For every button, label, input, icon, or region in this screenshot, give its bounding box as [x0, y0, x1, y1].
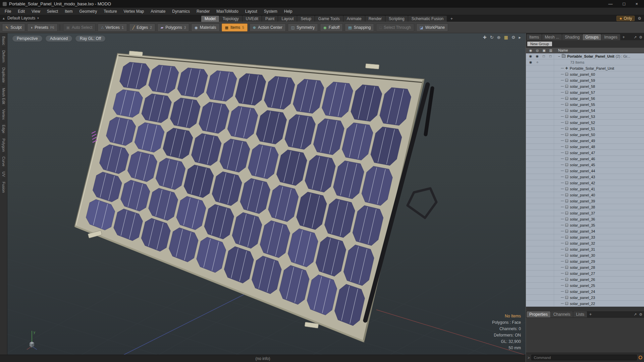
menu-item[interactable]: Layout [242, 8, 261, 15]
item-render-eye-icon[interactable]: ◉ [534, 54, 541, 58]
toolbar-button[interactable]: ▦ Items 5 [222, 23, 248, 32]
layout-tab[interactable]: Setup [297, 16, 314, 22]
menu-item[interactable]: File [1, 8, 14, 15]
render-visibility-icon[interactable]: ◎ [534, 49, 541, 52]
shading-style-icon[interactable]: ▦ [504, 35, 508, 40]
menu-item[interactable]: Vertex Map [120, 8, 148, 15]
layout-tab[interactable]: UVEdit [243, 16, 262, 22]
gear-icon[interactable]: ⚙ [638, 16, 641, 21]
tree-row[interactable]: solar_panel_45 [526, 162, 644, 168]
right-panel-tab[interactable]: Items [527, 34, 542, 40]
menu-item[interactable]: Geometry [76, 8, 101, 15]
toolbar-button[interactable]: ◫ Symmetry [288, 23, 318, 32]
tree-row[interactable]: solar_panel_28 [526, 264, 644, 270]
tree-row[interactable]: solar_panel_52 [526, 120, 644, 126]
tree-row[interactable]: solar_panel_53 [526, 114, 644, 120]
minimize-icon[interactable]: — [608, 1, 613, 6]
maximize-icon[interactable]: □ [623, 1, 626, 6]
viewport-mode-button[interactable]: Ray GL: Off [75, 35, 106, 42]
menu-item[interactable]: Edit [14, 8, 28, 15]
tree-row[interactable]: solar_panel_36 [526, 216, 644, 222]
menu-item[interactable]: Help [281, 8, 296, 15]
viewport-expand-icon[interactable]: ▸ [519, 35, 521, 40]
toolbar-button[interactable]: ∴ Vertices 1 [98, 23, 127, 32]
item-toggle2-icon[interactable]: □ [547, 54, 554, 58]
tree-row[interactable]: solar_panel_33 [526, 234, 644, 240]
tree-row[interactable]: solar_panel_25 [526, 283, 644, 289]
toolbar-button[interactable]: □ Select Through [376, 23, 414, 32]
tree-row[interactable]: solar_panel_29 [526, 258, 644, 264]
tree-row[interactable]: solar_panel_26 [526, 277, 644, 283]
tree-row[interactable]: solar_panel_54 [526, 108, 644, 114]
left-tool-tab[interactable]: Polygon [2, 136, 6, 155]
layout-tab[interactable]: Scripting [385, 16, 408, 22]
tree-row[interactable]: solar_panel_49 [526, 138, 644, 144]
toolbar-button[interactable]: ▤ Snapping [345, 23, 374, 32]
tree-row[interactable]: solar_panel_57 [526, 89, 644, 96]
left-tool-tab[interactable]: Duplicate [2, 65, 6, 85]
left-tool-tab[interactable]: Vertex [2, 107, 6, 122]
tree-row[interactable]: solar_panel_34 [526, 228, 644, 234]
layout-tab[interactable]: Paint [262, 16, 278, 22]
right-panel-tab[interactable]: Mesh ... [542, 34, 562, 40]
left-tool-tab[interactable]: UV [2, 169, 6, 179]
tree-row[interactable]: solar_panel_59 [526, 77, 644, 83]
command-input[interactable] [531, 355, 637, 360]
tree-row[interactable]: solar_panel_31 [526, 246, 644, 252]
tree-row[interactable]: solar_panel_60 [526, 71, 644, 77]
tree-row[interactable]: solar_panel_47 [526, 150, 644, 156]
toolbar-button[interactable]: ◉ Materials [191, 23, 219, 32]
tree-row-scene-item[interactable]: ✚ Portable_Solar_Panel_Unit [526, 65, 644, 71]
menu-item[interactable]: Dynamics [169, 8, 193, 15]
filter-icon[interactable]: ▥ [547, 49, 554, 52]
right-panel-tab[interactable]: Groups [583, 34, 601, 40]
item-toggle-icon[interactable]: ○ [534, 60, 541, 64]
left-tool-tab[interactable]: Deform [2, 48, 6, 65]
layout-tab[interactable]: Game Tools [315, 16, 343, 22]
toolbar-button[interactable]: ◪ WorkPlane [416, 23, 448, 32]
add-layout-tab[interactable]: + [448, 16, 455, 22]
tree-row[interactable]: solar_panel_37 [526, 210, 644, 216]
left-tool-tab[interactable]: Fusion [2, 179, 6, 195]
layout-tab[interactable]: Schematic Fusion [408, 16, 447, 22]
left-tool-tab[interactable]: Curve [2, 154, 6, 169]
props-popout-icon[interactable]: ↗ [634, 312, 637, 317]
right-panel-tab[interactable]: Images [601, 34, 620, 40]
toolbar-button[interactable]: ◑ Presets F6 [27, 23, 58, 32]
tree-row[interactable]: solar_panel_41 [526, 186, 644, 192]
right-panel-tab[interactable]: Shading [562, 34, 582, 40]
close-icon[interactable]: × [635, 1, 638, 6]
layout-tab[interactable]: Render [365, 16, 385, 22]
toolbar-button[interactable]: ◉ Falloff [320, 23, 343, 32]
tree-row[interactable]: solar_panel_55 [526, 102, 644, 108]
item-toggle-icon[interactable]: □ [541, 54, 547, 58]
layout-tab[interactable]: Topology [219, 16, 242, 22]
toolbar-button[interactable]: ▰ Polygons 3 [157, 23, 189, 32]
tree-row[interactable]: solar_panel_46 [526, 156, 644, 162]
tree-row[interactable]: solar_panel_39 [526, 198, 644, 204]
zoom-icon[interactable]: ⊕ [497, 35, 501, 40]
bottom-panel-tab[interactable]: Properties [527, 311, 550, 317]
only-button[interactable]: ★ Only [616, 16, 635, 21]
menu-item[interactable]: Select [44, 8, 61, 15]
layout-tab[interactable]: Animate [343, 16, 365, 22]
bottom-panel-tab[interactable]: Lists [573, 311, 587, 317]
left-tool-tab[interactable]: Mesh Edit [2, 85, 6, 107]
tree-row-items-count[interactable]: ◉○ 73 Items [526, 59, 644, 65]
menu-item[interactable]: Texture [100, 8, 120, 15]
tree-row-group[interactable]: ◉◉□□ − Portable_Solar_Panel_Unit (2) : G… [526, 53, 644, 59]
layout-tab[interactable]: Layout [278, 16, 297, 22]
layouts-dropdown[interactable]: ▲ Default Layouts ▾ [2, 16, 39, 20]
menu-item[interactable]: View [28, 8, 44, 15]
panel-popout-icon[interactable]: ↗ [634, 35, 637, 40]
rotate-icon[interactable]: ↻ [490, 35, 494, 40]
panel-gear-icon[interactable]: ⚙ [639, 35, 642, 40]
bottom-panel-tab[interactable]: Channels [551, 311, 573, 317]
tree-row[interactable]: solar_panel_23 [526, 295, 644, 301]
left-tool-tab[interactable]: Edge [2, 122, 6, 136]
menu-item[interactable]: Render [193, 8, 213, 15]
command-history-icon[interactable] [639, 356, 642, 359]
viewport-mode-button[interactable]: Advanced [45, 35, 72, 42]
toolbar-button[interactable]: ⊕ Action Center [250, 23, 286, 32]
tree-row[interactable]: solar_panel_48 [526, 144, 644, 150]
